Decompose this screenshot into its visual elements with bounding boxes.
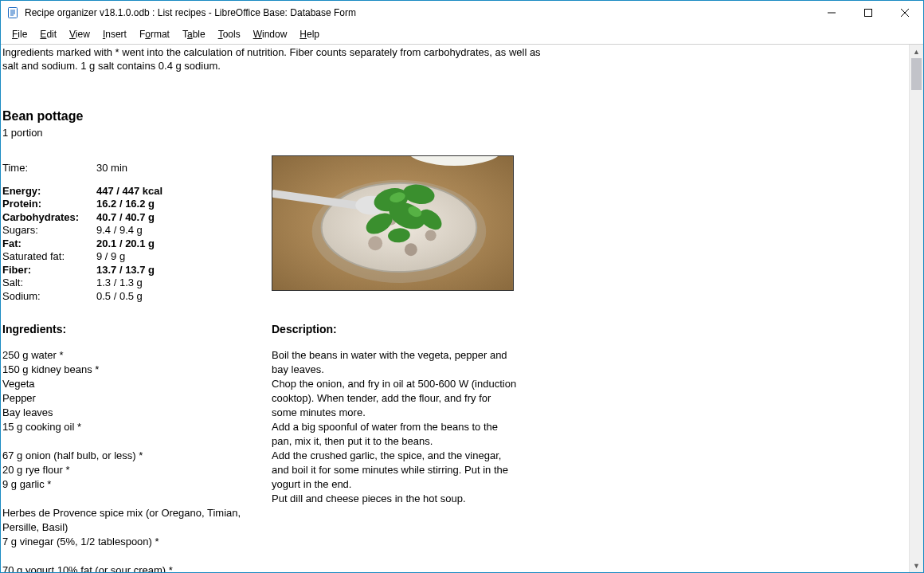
nutrition-value: 16.2 / 16.2 g — [96, 198, 155, 211]
menu-edit[interactable]: Edit — [33, 27, 63, 41]
ingredient-line: 7 g vinegar (5%, 1/2 tablespoon) * — [2, 535, 272, 549]
menu-format[interactable]: Format — [133, 27, 176, 41]
scroll-thumb[interactable] — [911, 58, 922, 90]
menu-label: rmat — [151, 29, 170, 40]
svg-rect-6 — [865, 10, 872, 17]
menubar: File Edit View Insert Format Table Tools… — [1, 25, 923, 45]
close-button[interactable] — [887, 1, 923, 25]
menu-label: ile — [18, 29, 27, 40]
description-paragraph: Add the crushed garlic, the spice, and t… — [272, 449, 519, 492]
nutrition-row: Sugars:9.4 / 9.4 g — [2, 224, 272, 237]
nutrition-value: 20.1 / 20.1 g — [96, 237, 155, 251]
description-paragraph: Add a big spoonful of water from the bea… — [272, 420, 519, 449]
nutrition-row: Protein:16.2 / 16.2 g — [2, 198, 272, 211]
scroll-down-arrow[interactable]: ▼ — [910, 559, 923, 572]
ingredient-line: Herbes de Provence spice mix (or Oregano… — [2, 506, 272, 535]
description-text: Boil the beans in water with the vegeta,… — [272, 348, 519, 506]
menu-tools[interactable]: Tools — [212, 27, 247, 41]
menu-label: ble — [193, 29, 206, 40]
recipe-title: Bean pottage — [1, 108, 909, 125]
recipe-photo — [272, 155, 514, 291]
nutrition-label: Sodium: — [2, 290, 96, 304]
ingredients-heading: Ingredients: — [2, 322, 272, 336]
description-paragraph: Chop the onion, and fry in oil at 500-60… — [272, 377, 519, 420]
nutrition-label: Fat: — [2, 237, 96, 251]
svg-rect-0 — [9, 8, 18, 18]
ingredient-line: 20 g rye flour * — [2, 463, 272, 477]
nutrition-value: 0.5 / 0.5 g — [96, 290, 143, 304]
ingredient-line: 9 g garlic * — [2, 477, 272, 492]
nutrition-row: Carbohydrates:40.7 / 40.7 g — [2, 211, 272, 225]
nutrition-value: 40.7 / 40.7 g — [96, 211, 155, 225]
nutrition-label: Sugars: — [2, 224, 96, 237]
nutrition-label: Fiber: — [2, 264, 96, 277]
window-title: Recipe organizer v18.1.0.odb : List reci… — [25, 7, 813, 18]
description-paragraph: Boil the beans in water with the vegeta,… — [272, 348, 519, 377]
menu-table[interactable]: Table — [176, 27, 212, 41]
menu-label: dit — [46, 29, 57, 40]
time-label: Time: — [2, 162, 96, 175]
note-line: Ingredients marked with * went into the … — [2, 46, 907, 60]
ingredient-line: 150 g kidney beans * — [2, 363, 272, 377]
note-line: salt and sodium. 1 g salt contains 0.4 g… — [2, 60, 907, 73]
nutrition-value: 9 / 9 g — [96, 250, 125, 264]
app-icon — [7, 6, 20, 19]
ingredient-line — [2, 434, 272, 449]
nutrition-row: Saturated fat:9 / 9 g — [2, 250, 272, 264]
nutrition-label: Saturated fat: — [2, 250, 96, 264]
description-paragraph: Put dill and cheese pieces in the hot so… — [272, 492, 519, 506]
nutrition-value: 447 / 447 kcal — [96, 185, 162, 198]
menu-view[interactable]: View — [63, 27, 96, 41]
nutrition-value: 1.3 / 1.3 g — [96, 277, 143, 290]
nutrition-value: 9.4 / 9.4 g — [96, 224, 143, 237]
nutrition-label: Protein: — [2, 198, 96, 211]
app-window: Recipe organizer v18.1.0.odb : List reci… — [0, 0, 924, 573]
nutrition-row: Fat:20.1 / 20.1 g — [2, 237, 272, 251]
maximize-button[interactable] — [850, 1, 887, 25]
menu-file[interactable]: File — [6, 27, 33, 41]
content-wrapper: Ingredients marked with * went into the … — [1, 45, 923, 572]
nutrition-label: Carbohydrates: — [2, 211, 96, 225]
svg-point-15 — [405, 244, 417, 257]
menu-help[interactable]: Help — [293, 27, 326, 41]
nutrition-row: Fiber:13.7 / 13.7 g — [2, 264, 272, 277]
nutrition-label: Salt: — [2, 277, 96, 290]
scroll-up-arrow[interactable]: ▲ — [910, 45, 923, 58]
ingredient-line — [2, 549, 272, 563]
vertical-scrollbar[interactable]: ▲ ▼ — [909, 45, 923, 572]
nutrition-label: Energy: — [2, 185, 96, 198]
nutrition-table: Time: 30 min Energy:447 / 447 kcalProtei… — [2, 162, 272, 303]
recipe-portion: 1 portion — [1, 127, 909, 140]
menu-label: elp — [307, 29, 319, 40]
ingredients-list: 250 g water *150 g kidney beans *VegetaP… — [2, 348, 272, 572]
menu-label: ools — [223, 29, 241, 40]
ingredient-line — [2, 492, 272, 506]
minimize-button[interactable] — [813, 1, 850, 25]
nutrition-row: Salt:1.3 / 1.3 g — [2, 277, 272, 290]
note-text: Ingredients marked with * went into the … — [1, 45, 909, 73]
ingredient-line: 15 g cooking oil * — [2, 420, 272, 434]
menu-insert[interactable]: Insert — [96, 27, 133, 41]
ingredient-line: 250 g water * — [2, 348, 272, 363]
ingredient-line: 70 g yogurt 10% fat (or sour cream) * — [2, 563, 272, 572]
ingredient-line: Vegeta — [2, 377, 272, 391]
ingredient-line: Bay leaves — [2, 406, 272, 420]
menu-window[interactable]: Window — [247, 27, 294, 41]
menu-label: nsert — [105, 29, 127, 40]
description-heading: Description: — [272, 322, 519, 336]
time-value: 30 min — [96, 162, 127, 175]
menu-label: indow — [262, 29, 287, 40]
ingredient-line: Pepper — [2, 391, 272, 406]
menu-label: iew — [76, 29, 90, 40]
nutrition-value: 13.7 / 13.7 g — [96, 264, 155, 277]
ingredient-line: 67 g onion (half bulb, or less) * — [2, 449, 272, 463]
document-view[interactable]: Ingredients marked with * went into the … — [1, 45, 909, 572]
svg-point-16 — [425, 230, 437, 241]
nutrition-row: Energy:447 / 447 kcal — [2, 185, 272, 198]
nutrition-row: Sodium:0.5 / 0.5 g — [2, 290, 272, 304]
svg-point-14 — [368, 237, 382, 251]
window-controls — [813, 1, 923, 25]
titlebar: Recipe organizer v18.1.0.odb : List reci… — [1, 1, 923, 25]
